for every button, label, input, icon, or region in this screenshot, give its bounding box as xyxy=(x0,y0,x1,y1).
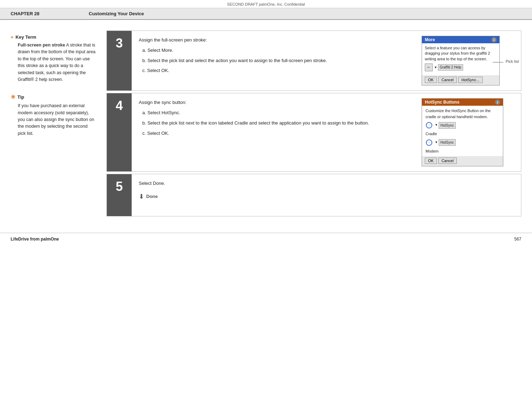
cradle-pick-label: HotSync xyxy=(439,122,456,129)
hs-circle-icon: ↔ xyxy=(426,122,432,128)
chevron-icon: » xyxy=(11,34,13,40)
chapter-title: Customizing Your Device xyxy=(89,11,144,16)
more-dialog-pick-row: ✏ ▼ Graffiti 2 Help xyxy=(425,64,497,71)
step-3-sub-c: c. Select OK. xyxy=(142,67,415,75)
step-3-number: 3 xyxy=(107,31,132,90)
hotsync-body-text: Customize the HotSync Button on the crad… xyxy=(426,108,499,120)
step-5-card: 5 Select Done. ⬇ Done xyxy=(106,174,521,216)
dialog-pick-list-row: ▼ Graffiti 2 Help xyxy=(434,64,463,71)
key-term-section: » Key Term Full-screen pen stroke A stro… xyxy=(11,34,96,83)
tip-body: If you have purchased an external modem … xyxy=(11,103,96,137)
hs-circle-modem-icon: ↔ xyxy=(426,139,432,146)
footer-page: 567 xyxy=(514,237,521,242)
hotsync-dialog-titlebar: HotSync Buttons i xyxy=(422,99,503,106)
step-5-content: Select Done. ⬇ Done xyxy=(132,174,521,216)
more-dialog-title: More xyxy=(425,37,435,42)
more-dialog-titlebar: More i xyxy=(422,36,499,43)
watermark: SECOND DRAFT palmOne, Inc. Confidential xyxy=(0,0,532,8)
chapter-header: CHAPTER 28 Customizing Your Device xyxy=(0,8,532,20)
hotsync-cradle-pick: ▼ HotSync xyxy=(435,122,456,129)
sidebar: » Key Term Full-screen pen stroke A stro… xyxy=(11,31,96,219)
chapter-label: CHAPTER 28 xyxy=(11,11,89,16)
key-term-body: Full-screen pen stroke A stroke that is … xyxy=(11,42,96,83)
done-arrow-icon: ⬇ xyxy=(139,192,144,202)
hotsync-modem-pick: ▼ HotSync xyxy=(435,139,456,146)
step-3-intro: Assign the full-screen pen stroke: xyxy=(139,37,415,44)
hotsync-dialog: HotSync Buttons i Customize the HotSync … xyxy=(422,98,503,166)
page-footer: LifeDrive from palmOne 567 xyxy=(0,233,532,245)
cradle-pick-arrow: ▼ xyxy=(435,123,438,128)
hotsync-cradle-row: ↔ ▼ HotSync xyxy=(426,122,499,129)
hotsync-info-icon: i xyxy=(495,100,500,105)
step-4-sub-c: c. Select OK. xyxy=(142,130,415,137)
hotsync-dialog-body: Customize the HotSync Button on the crad… xyxy=(422,106,503,156)
modem-pick-arrow: ▼ xyxy=(435,140,438,145)
step-4-sub-a: a. Select HotSync. xyxy=(142,109,415,117)
key-term-desc: A stroke that is drawn from the bottom o… xyxy=(18,43,95,82)
graffiti-icon: ✏ xyxy=(425,64,433,71)
more-hotsync-button[interactable]: HotSync... xyxy=(458,77,483,83)
step-4-intro: Assign the sync button: xyxy=(139,99,415,106)
info-icon: i xyxy=(492,37,497,42)
hotsync-cradle-icon: ↔ xyxy=(426,122,433,129)
footer-brand: LifeDrive from palmOne xyxy=(11,237,59,242)
tip-section: ✳ Tip If you have purchased an external … xyxy=(11,94,96,137)
done-label: Done xyxy=(146,193,158,200)
hotsync-cancel-button[interactable]: Cancel xyxy=(438,158,457,164)
step-3-sub-b: b. Select the pick list and select the a… xyxy=(142,57,415,65)
more-dialog-buttons: OK Cancel HotSync... xyxy=(422,75,499,85)
hotsync-modem-row: ↔ ▼ HotSync xyxy=(426,139,499,146)
hotsync-modem-icon: ↔ xyxy=(426,139,433,146)
step-4-card: 4 Assign the sync button: a. Select HotS… xyxy=(106,93,521,172)
pick-label: Graffiti 2 Help xyxy=(438,64,463,71)
more-dialog: More i Select a feature you can access b… xyxy=(422,36,500,86)
step-3-image: More i Select a feature you can access b… xyxy=(422,31,521,90)
tip-label: Tip xyxy=(17,94,24,100)
key-term-name: Full-screen pen stroke xyxy=(18,43,65,48)
asterisk-icon: ✳ xyxy=(11,94,15,100)
step-3-content: Assign the full-screen pen stroke: a. Se… xyxy=(132,31,422,90)
hotsync-dialog-title: HotSync Buttons xyxy=(425,100,459,105)
more-dialog-text: Select a feature you can access by dragg… xyxy=(425,45,497,62)
modem-label: Modem xyxy=(426,148,499,154)
modem-pick-label: HotSync xyxy=(439,139,456,146)
main-content: » Key Term Full-screen pen stroke A stro… xyxy=(0,20,532,226)
cradle-label: Cradle xyxy=(426,131,499,137)
key-term-label: Key Term xyxy=(16,34,36,40)
more-dialog-body: Select a feature you can access by dragg… xyxy=(422,43,499,75)
step-3-sub-a: a. Select More. xyxy=(142,47,415,54)
step-4-image: HotSync Buttons i Customize the HotSync … xyxy=(422,93,521,171)
step-4-number: 4 xyxy=(107,93,132,171)
hotsync-ok-button[interactable]: OK xyxy=(425,158,437,164)
step-3-card: 3 Assign the full-screen pen stroke: a. … xyxy=(106,31,521,91)
hotsync-dialog-buttons: OK Cancel xyxy=(422,156,503,166)
step-5-intro: Select Done. xyxy=(139,180,514,187)
step-4-content: Assign the sync button: a. Select HotSyn… xyxy=(132,93,422,171)
key-term-header: » Key Term xyxy=(11,34,96,40)
pick-arrow-icon: ▼ xyxy=(434,65,437,70)
tip-header: ✳ Tip xyxy=(11,94,96,100)
pick-list-line xyxy=(493,62,503,62)
done-row: ⬇ Done xyxy=(139,192,514,202)
steps-area: 3 Assign the full-screen pen stroke: a. … xyxy=(106,31,521,219)
step-5-number: 5 xyxy=(107,174,132,216)
pick-list-annotation: Pick list xyxy=(506,59,519,64)
more-ok-button[interactable]: OK xyxy=(425,77,437,83)
step-4-sub-b: b. Select the pick list next to the icon… xyxy=(142,120,415,127)
more-cancel-button[interactable]: Cancel xyxy=(438,77,457,83)
